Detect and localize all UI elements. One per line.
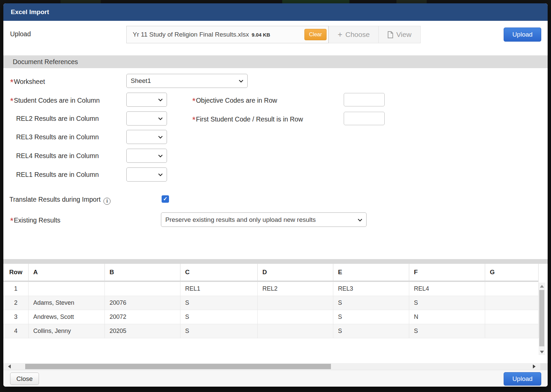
table-cell: 20072 xyxy=(105,310,180,324)
chevron-down-icon xyxy=(158,172,163,176)
objective-codes-row-label: *Objective Codes are in Row xyxy=(192,93,277,107)
table-cell: 1 xyxy=(3,282,29,296)
file-upload-controls: +Choose View xyxy=(329,26,421,43)
table-cell: S xyxy=(409,296,485,310)
table-row: 3Andrews, Scott20072SSN xyxy=(3,310,539,324)
table-row: 2Adams, Steven20076SSS xyxy=(3,296,539,310)
upload-label: Upload xyxy=(10,30,31,38)
close-button[interactable]: Close xyxy=(10,373,39,385)
table-cell: S xyxy=(180,296,258,310)
rel4-column-select[interactable] xyxy=(126,149,167,163)
rel1-column-label: REL1 Results are in Column xyxy=(16,167,99,182)
arrow-right-icon[interactable] xyxy=(533,364,536,369)
required-marker: * xyxy=(10,216,13,226)
rel2-column-label: REL2 Results are in Column xyxy=(16,111,99,126)
arrow-up-icon[interactable] xyxy=(540,285,544,288)
backdrop xyxy=(60,0,101,3)
rel3-column-select[interactable] xyxy=(126,130,167,144)
table-cell: Collins, Jenny xyxy=(29,324,105,338)
section-title: Document References xyxy=(13,55,78,68)
preview-header-row: RowABCDEFG xyxy=(3,264,539,281)
table-cell: Adams, Steven xyxy=(29,296,105,310)
dialog-title: Excel Import xyxy=(11,3,49,21)
table-cell: S xyxy=(180,310,258,324)
document-icon xyxy=(387,31,393,38)
table-cell: REL3 xyxy=(333,282,409,296)
table-top-divider xyxy=(3,259,548,264)
chevron-down-icon xyxy=(158,134,163,139)
existing-results-label: *Existing Results xyxy=(10,212,60,228)
table-cell: 3 xyxy=(3,310,29,324)
student-codes-column-select[interactable] xyxy=(126,93,167,107)
table-cell: REL1 xyxy=(180,282,258,296)
excel-import-dialog: Excel Import Upload Yr 11 Study of Relig… xyxy=(3,3,548,387)
table-cell xyxy=(258,324,333,338)
table-cell: REL2 xyxy=(258,282,333,296)
table-cell: 2 xyxy=(3,296,29,310)
table-cell xyxy=(105,282,180,296)
dialog-footer: Close Upload xyxy=(3,370,548,387)
info-icon[interactable]: i xyxy=(103,198,111,205)
backdrop xyxy=(396,0,427,3)
column-header-g: G xyxy=(485,264,539,281)
column-header-a: A xyxy=(29,264,105,281)
vertical-scrollbar-thumb[interactable] xyxy=(539,290,544,346)
translate-results-checkbox[interactable] xyxy=(162,195,169,203)
worksheet-label: *Worksheet xyxy=(10,74,45,89)
vertical-scrollbar[interactable] xyxy=(539,283,545,355)
chevron-down-icon xyxy=(158,153,163,157)
choose-file-button[interactable]: +Choose xyxy=(329,26,379,43)
table-cell xyxy=(485,310,539,324)
upload-button-top[interactable]: Upload xyxy=(504,28,541,42)
scrollbar-corner xyxy=(540,363,548,370)
rel4-column-label: REL4 Results are in Column xyxy=(16,149,99,163)
student-codes-column-label: *Student Codes are in Column xyxy=(10,93,100,107)
section-header: Document References xyxy=(3,55,548,68)
arrow-down-icon[interactable] xyxy=(540,351,544,353)
table-cell: S xyxy=(180,324,258,338)
file-size: 9.04 KB xyxy=(252,32,270,38)
existing-results-select[interactable]: Preserve existing results and only uploa… xyxy=(161,212,367,227)
chevron-down-icon xyxy=(158,97,163,101)
rel2-column-select[interactable] xyxy=(126,111,167,126)
column-header-e: E xyxy=(333,264,409,281)
column-header-f: F xyxy=(409,264,485,281)
table-cell xyxy=(258,296,333,310)
table-cell: REL4 xyxy=(409,282,485,296)
preview-table: RowABCDEFG 1REL1REL2REL3REL42Adams, Stev… xyxy=(3,264,539,338)
table-cell: 20076 xyxy=(105,296,180,310)
table-cell: S xyxy=(333,296,409,310)
table-row: 1REL1REL2REL3REL4 xyxy=(3,282,539,296)
column-header-c: C xyxy=(180,264,258,281)
file-name: Yr 11 Study of Religion Final Results.xl… xyxy=(133,26,270,43)
horizontal-scrollbar-thumb[interactable] xyxy=(25,364,331,369)
arrow-left-icon[interactable] xyxy=(8,364,11,369)
worksheet-select[interactable]: Sheet1 xyxy=(126,74,248,88)
table-cell: S xyxy=(333,310,409,324)
plus-icon: + xyxy=(338,30,342,39)
dialog-titlebar: Excel Import xyxy=(3,3,548,21)
required-marker: * xyxy=(10,96,13,106)
column-header-b: B xyxy=(105,264,180,281)
objective-codes-row-input[interactable] xyxy=(344,93,385,106)
preview-table-body: 1REL1REL2REL3REL42Adams, Steven20076SSS3… xyxy=(3,282,539,338)
table-cell: 4 xyxy=(3,324,29,338)
rel3-column-label: REL3 Results are in Column xyxy=(16,130,99,144)
table-cell: 20205 xyxy=(105,324,180,338)
column-header-row: Row xyxy=(3,264,29,281)
horizontal-scrollbar[interactable] xyxy=(3,363,548,370)
table-cell: N xyxy=(409,310,485,324)
chevron-down-icon xyxy=(158,116,163,120)
clear-file-button[interactable]: Clear xyxy=(304,29,327,40)
first-student-row-input[interactable] xyxy=(344,112,385,125)
upload-button-bottom[interactable]: Upload xyxy=(504,372,541,386)
first-student-row-label: *First Student Code / Result is in Row xyxy=(192,112,303,126)
required-marker: * xyxy=(192,115,196,125)
table-cell: S xyxy=(333,324,409,338)
view-file-button[interactable]: View xyxy=(379,26,420,43)
table-cell: Andrews, Scott xyxy=(29,310,105,324)
required-marker: * xyxy=(10,77,13,87)
column-header-d: D xyxy=(258,264,333,281)
table-cell xyxy=(485,282,539,296)
rel1-column-select[interactable] xyxy=(126,167,167,182)
